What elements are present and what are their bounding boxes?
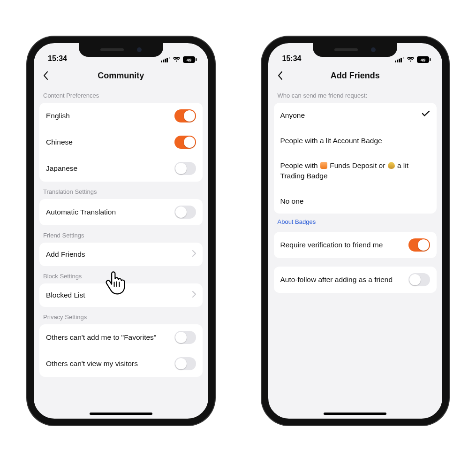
auto-translation-row[interactable]: Automatic Translation (39, 199, 203, 225)
section-header-privacy: Privacy Settings (39, 307, 203, 324)
privacy-settings-card: Others can't add me to "Favorites" Other… (39, 324, 203, 377)
wifi-icon (407, 57, 415, 62)
require-verification-toggle[interactable] (408, 238, 430, 252)
back-button[interactable] (275, 70, 286, 81)
option-funds-deposit[interactable]: People with Funds Deposit or a lit Tradi… (274, 153, 437, 188)
lang-chinese-toggle[interactable] (174, 136, 196, 149)
status-time: 15:34 (48, 54, 67, 63)
option-anyone[interactable]: Anyone (274, 103, 437, 128)
require-verification-row[interactable]: Require verification to friend me (274, 232, 437, 258)
chevron-right-icon (192, 250, 196, 259)
check-icon (422, 110, 430, 119)
no-visitors-toggle[interactable] (174, 357, 196, 370)
require-verification-label: Require verification to friend me (280, 240, 409, 250)
svg-rect-14 (430, 58, 431, 61)
home-indicator[interactable] (324, 413, 386, 415)
lang-english-row[interactable]: English (39, 103, 203, 129)
lang-chinese-row[interactable]: Chinese (39, 129, 203, 155)
nav-bar: Community (34, 66, 208, 85)
option-no-one-label: No one (280, 196, 431, 206)
option-funds-deposit-label: People with Funds Deposit or a lit Tradi… (280, 161, 431, 181)
section-header-block: Block Settings (39, 266, 203, 283)
svg-text:49: 49 (186, 57, 191, 62)
lang-english-label: English (46, 111, 174, 121)
signal-icon: ! (395, 57, 404, 62)
svg-rect-10 (399, 59, 400, 62)
add-friends-row[interactable]: Add Friends (39, 243, 203, 266)
lang-chinese-label: Chinese (46, 138, 174, 147)
content-preferences-card: English Chinese Japanese (39, 103, 203, 182)
chevron-left-icon (277, 71, 284, 80)
svg-rect-8 (395, 61, 396, 62)
about-badges-link[interactable]: About Badges (274, 214, 437, 232)
svg-text:!: ! (169, 57, 170, 59)
section-header-content-preferences: Content Preferences (39, 85, 203, 103)
phone-community: 15:34 ! 49 Community Content Preferences… (27, 37, 215, 425)
no-favorites-label: Others can't add me to "Favorites" (46, 333, 174, 343)
svg-text:!: ! (403, 57, 404, 59)
no-visitors-row[interactable]: Others can't view my visitors (39, 351, 203, 377)
notch (313, 43, 397, 57)
no-visitors-label: Others can't view my visitors (46, 359, 174, 369)
battery-icon: 49 (183, 56, 197, 63)
lang-english-toggle[interactable] (174, 109, 196, 122)
friend-settings-card: Add Friends (39, 243, 203, 266)
trading-badge-icon (388, 162, 395, 169)
signal-icon: ! (161, 57, 170, 62)
auto-translation-label: Automatic Translation (46, 207, 174, 217)
page-title: Add Friends (331, 71, 380, 81)
add-friends-label: Add Friends (46, 250, 192, 260)
auto-translation-toggle[interactable] (174, 206, 196, 219)
section-header-translation: Translation Settings (39, 182, 203, 199)
friend-request-options-card: Anyone People with a lit Account Badge P… (274, 103, 437, 214)
friend-request-subheader: Who can send me friend request: (274, 85, 437, 103)
svg-rect-0 (161, 61, 162, 62)
back-button[interactable] (40, 70, 52, 81)
svg-rect-9 (397, 60, 398, 62)
option-anyone-label: Anyone (280, 110, 422, 121)
wifi-icon (173, 57, 181, 62)
svg-rect-11 (400, 58, 402, 62)
chevron-right-icon (192, 291, 196, 299)
auto-follow-toggle[interactable] (408, 273, 430, 286)
svg-rect-6 (196, 58, 197, 61)
notch (79, 43, 163, 57)
lang-japanese-toggle[interactable] (174, 162, 196, 175)
no-favorites-row[interactable]: Others can't add me to "Favorites" (39, 324, 203, 351)
no-favorites-toggle[interactable] (174, 331, 196, 344)
option-no-one[interactable]: No one (274, 189, 437, 214)
phone-add-friends: 15:34 ! 49 Add Friends Who can send me f… (262, 37, 449, 425)
option-lit-account-badge[interactable]: People with a lit Account Badge (274, 128, 437, 153)
lang-japanese-label: Japanese (46, 164, 174, 174)
funds-deposit-badge-icon (320, 162, 327, 169)
lang-japanese-row[interactable]: Japanese (39, 155, 203, 182)
section-header-friend: Friend Settings (39, 225, 203, 243)
blocked-list-label: Blocked List (46, 291, 192, 300)
require-verification-card: Require verification to friend me (274, 232, 437, 258)
block-settings-card: Blocked List (39, 283, 203, 307)
nav-bar: Add Friends (268, 66, 443, 85)
auto-follow-row[interactable]: Auto-follow after adding as a friend (274, 267, 437, 293)
translation-card: Automatic Translation (39, 199, 203, 225)
auto-follow-label: Auto-follow after adding as a friend (280, 275, 409, 285)
svg-rect-2 (165, 59, 166, 62)
page-title: Community (98, 71, 144, 81)
option-lit-account-badge-label: People with a lit Account Badge (280, 136, 431, 146)
status-time: 15:34 (282, 54, 302, 63)
home-indicator[interactable] (90, 413, 152, 415)
svg-rect-3 (166, 58, 168, 62)
chevron-left-icon (43, 71, 49, 80)
svg-rect-1 (163, 60, 164, 62)
battery-icon: 49 (417, 56, 431, 63)
svg-text:49: 49 (421, 57, 426, 62)
blocked-list-row[interactable]: Blocked List (39, 283, 203, 307)
auto-follow-card: Auto-follow after adding as a friend (274, 267, 437, 293)
